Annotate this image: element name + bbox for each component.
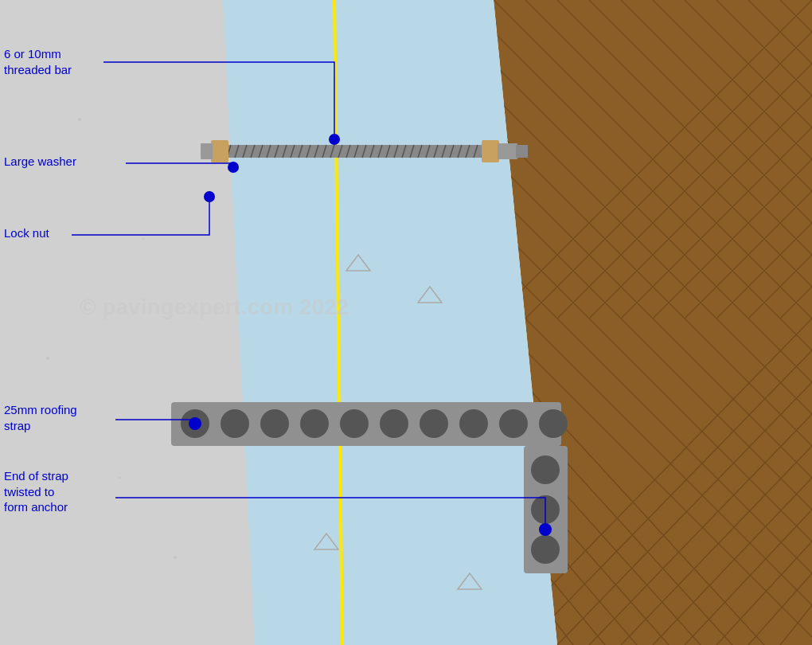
svg-point-126 xyxy=(459,409,488,438)
svg-rect-117 xyxy=(516,145,528,158)
svg-point-135 xyxy=(329,134,340,145)
label-large-washer: Large washer xyxy=(4,154,76,170)
svg-point-132 xyxy=(531,535,560,564)
svg-point-72 xyxy=(119,477,121,479)
svg-rect-115 xyxy=(482,140,499,162)
svg-point-121 xyxy=(260,409,289,438)
label-end-of-strap: End of straptwisted toform anchor xyxy=(4,468,68,515)
svg-point-137 xyxy=(539,523,552,536)
label-threaded-bar: 6 or 10mmthreaded bar xyxy=(4,46,72,77)
svg-marker-68 xyxy=(0,0,255,645)
svg-point-123 xyxy=(340,409,369,438)
label-roofing-strap: 25mm roofingstrap xyxy=(4,402,77,433)
label-lock-nut: Lock nut xyxy=(4,225,49,241)
svg-point-127 xyxy=(499,409,528,438)
svg-point-120 xyxy=(221,409,249,438)
svg-rect-116 xyxy=(498,143,517,159)
svg-point-73 xyxy=(174,556,177,559)
svg-point-71 xyxy=(46,357,49,360)
svg-point-70 xyxy=(142,238,145,240)
svg-point-124 xyxy=(380,409,408,438)
diagram-canvas: 6 or 10mmthreaded bar Large washer Lock … xyxy=(0,0,812,645)
svg-rect-113 xyxy=(211,140,228,162)
svg-point-125 xyxy=(420,409,448,438)
svg-point-122 xyxy=(300,409,329,438)
svg-point-69 xyxy=(78,118,81,121)
svg-point-130 xyxy=(531,455,560,484)
svg-point-128 xyxy=(539,409,568,438)
svg-rect-114 xyxy=(201,143,213,159)
svg-point-134 xyxy=(204,191,215,202)
